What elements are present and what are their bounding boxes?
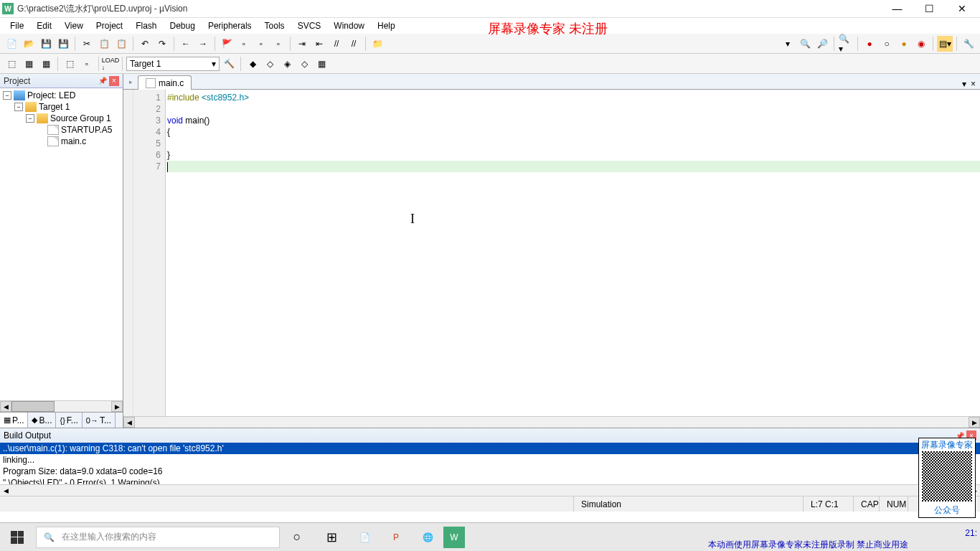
bp-window-icon[interactable]: ◉ — [913, 36, 929, 52]
tab-project[interactable]: ▦ P... — [0, 413, 28, 428]
breakpoint-icon[interactable]: ● — [862, 36, 877, 52]
nav-forward-icon[interactable]: → — [195, 36, 211, 52]
manage5-icon[interactable]: ▦ — [314, 56, 329, 72]
menu-help[interactable]: Help — [371, 19, 402, 32]
close-button[interactable]: ✕ — [946, 0, 978, 18]
bookmark-prev-icon[interactable]: ▫ — [236, 36, 252, 52]
batch-build-icon[interactable]: ⬚ — [62, 56, 77, 72]
uncomment-icon[interactable]: // — [346, 36, 362, 52]
translate-icon[interactable]: ⬚ — [4, 56, 19, 72]
panel-close-icon[interactable]: × — [109, 76, 119, 86]
taskbar-search[interactable]: 🔍 在这里输入你搜索的内容 — [36, 527, 280, 548]
scroll-thumb[interactable] — [11, 401, 55, 412]
project-scrollbar[interactable]: ◀ ▶ — [0, 400, 123, 412]
menu-svcs[interactable]: SVCS — [291, 19, 328, 32]
configure-icon[interactable]: 🔧 — [961, 36, 976, 52]
tree-source-group[interactable]: − Source Group 1 — [1, 113, 121, 124]
tree-target[interactable]: − Target 1 — [1, 101, 121, 113]
tab-templates[interactable]: 0→ T... — [83, 413, 116, 428]
menu-flash[interactable]: Flash — [129, 19, 163, 32]
save-all-icon[interactable]: 💾 — [55, 36, 71, 52]
stop-build-icon[interactable]: ▫ — [79, 56, 95, 72]
tab-nav-icon[interactable]: ▸ — [126, 77, 135, 87]
config-icon[interactable]: 📁 — [369, 36, 385, 52]
scroll-left-icon[interactable]: ◀ — [123, 417, 135, 428]
tab-functions[interactable]: {} F... — [56, 413, 82, 428]
tab-menu-icon[interactable]: ▾ — [962, 79, 966, 89]
open-file-icon[interactable]: 📂 — [21, 36, 37, 52]
download-icon[interactable]: LOAD↓ — [103, 56, 118, 72]
menu-view[interactable]: View — [58, 19, 90, 32]
indent-icon[interactable]: ⇥ — [294, 36, 310, 52]
tree-toggle-icon[interactable]: − — [26, 114, 34, 123]
editor-tab-main[interactable]: main.c — [138, 75, 192, 90]
menu-edit[interactable]: Edit — [30, 19, 58, 32]
undo-icon[interactable]: ↶ — [137, 36, 153, 52]
code-editor[interactable]: 1234567 #include <stc8952.h>void main(){… — [123, 90, 980, 416]
editor-scrollbar[interactable]: ◀ ▶ — [123, 416, 980, 428]
titlebar: W G:\practise2\流水灯\pro\LED.uvproj - µVis… — [0, 0, 980, 18]
debug-start-icon[interactable]: 🔍▾ — [838, 36, 854, 52]
build-scrollbar[interactable]: ◀ ▶ — [0, 484, 980, 496]
build-output-text[interactable]: ..\user\main.c(1): warning C318: can't o… — [0, 443, 980, 484]
tab-close-icon[interactable]: × — [971, 79, 976, 89]
start-button[interactable] — [0, 523, 34, 552]
system-tray[interactable]: 21: — [965, 528, 977, 538]
windows-taskbar[interactable]: 🔍 在这里输入你搜索的内容 ○ ⊞ 📄 P 🌐 W 本动画使用屏幕录像专家未注册… — [0, 522, 980, 551]
tree-project-root[interactable]: − Project: LED — [1, 90, 121, 101]
menu-window[interactable]: Window — [327, 19, 371, 32]
manage4-icon[interactable]: ◇ — [296, 56, 312, 72]
nav-back-icon[interactable]: ← — [178, 36, 194, 52]
task-view-icon[interactable]: ⊞ — [321, 527, 341, 547]
tree-toggle-icon[interactable]: − — [3, 91, 11, 100]
code-content[interactable]: #include <stc8952.h>void main(){} — [166, 90, 980, 416]
scroll-right-icon[interactable]: ▶ — [969, 417, 980, 428]
bp-kill-icon[interactable]: ● — [896, 36, 912, 52]
menu-peripherals[interactable]: Peripherals — [202, 19, 258, 32]
minimize-button[interactable]: — — [881, 0, 913, 18]
target-select[interactable]: Target 1▾ — [126, 57, 220, 71]
taskbar-app-explorer[interactable]: 📄 — [349, 523, 380, 552]
maximize-button[interactable]: ☐ — [913, 0, 946, 18]
comment-icon[interactable]: // — [329, 36, 344, 52]
redo-icon[interactable]: ↷ — [154, 36, 170, 52]
build-icon[interactable]: ▦ — [21, 56, 37, 72]
editor-margin[interactable] — [123, 90, 133, 416]
tree-toggle-icon[interactable]: − — [14, 103, 23, 111]
taskbar-app-chrome[interactable]: 🌐 — [412, 523, 443, 552]
taskbar-app-uvision[interactable]: W — [443, 527, 465, 548]
options-icon[interactable]: 🔨 — [221, 56, 237, 72]
tree-file-startup[interactable]: STARTUP.A5 — [1, 124, 121, 136]
menu-file[interactable]: File — [4, 19, 30, 32]
manage2-icon[interactable]: ◇ — [262, 56, 278, 72]
rebuild-icon[interactable]: ▦ — [38, 56, 54, 72]
bookmark-icon[interactable]: 🚩 — [219, 36, 235, 52]
find-files-icon[interactable]: 🔎 — [814, 36, 830, 52]
save-icon[interactable]: 💾 — [38, 36, 54, 52]
tab-books[interactable]: ◆ B... — [28, 413, 56, 428]
manage3-icon[interactable]: ◈ — [279, 56, 295, 72]
bp-disable-icon[interactable]: ○ — [879, 36, 895, 52]
project-tree[interactable]: − Project: LED − Target 1 − Source Group… — [0, 88, 123, 400]
tree-file-main[interactable]: main.c — [1, 136, 121, 147]
scroll-left-icon[interactable]: ◀ — [0, 486, 11, 496]
bookmark-next-icon[interactable]: ▫ — [253, 36, 269, 52]
outdent-icon[interactable]: ⇤ — [311, 36, 327, 52]
new-file-icon[interactable]: 📄 — [4, 36, 19, 52]
cut-icon[interactable]: ✂ — [79, 36, 95, 52]
scroll-left-icon[interactable]: ◀ — [0, 401, 11, 412]
menu-tools[interactable]: Tools — [258, 19, 291, 32]
menu-debug[interactable]: Debug — [164, 19, 202, 32]
paste-icon[interactable]: 📋 — [113, 36, 129, 52]
bookmark-clear-icon[interactable]: ▫ — [270, 36, 286, 52]
menu-project[interactable]: Project — [90, 19, 129, 32]
manage-icon[interactable]: ◆ — [245, 56, 260, 72]
scroll-right-icon[interactable]: ▶ — [111, 401, 123, 412]
find-icon[interactable]: 🔍 — [797, 36, 813, 52]
find-combo-icon[interactable]: ▾ — [780, 36, 796, 52]
copy-icon[interactable]: 📋 — [96, 36, 112, 52]
panel-pin-icon[interactable]: 📌 — [98, 76, 108, 86]
cortana-icon[interactable]: ○ — [287, 527, 307, 547]
window-layout-icon[interactable]: ▤▾ — [937, 36, 953, 52]
taskbar-app-powerpoint[interactable]: P — [380, 523, 412, 552]
